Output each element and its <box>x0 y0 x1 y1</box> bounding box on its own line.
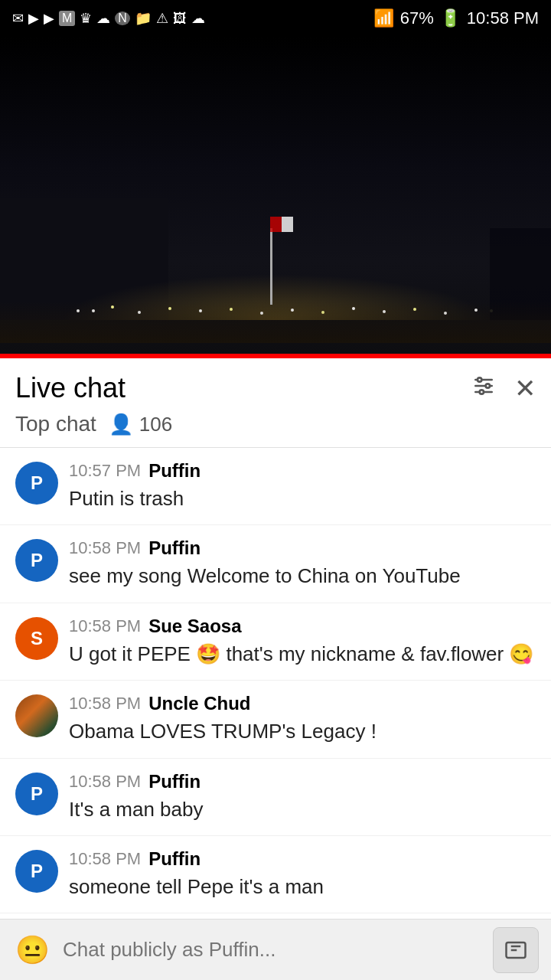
message-content: 10:58 PM Puffin It's a man baby <box>69 771 536 823</box>
avatar: P <box>15 462 58 505</box>
notification-icons: ✉ ▶ ▶ M ♛ ☁ N 📁 ⚠ 🖼 ☁ <box>12 10 205 27</box>
message-time: 10:58 PM <box>69 616 141 636</box>
message-author: Puffin <box>148 460 201 482</box>
message-text: someone tell Pepe it's a man <box>69 873 536 900</box>
cloud-icon: ☁ <box>96 10 110 27</box>
message-content: 10:58 PM Puffin see my song Welcome to C… <box>69 537 536 590</box>
person-icon: 👤 <box>109 413 133 436</box>
message-text: It's a man baby <box>69 795 536 823</box>
status-bar: ✉ ▶ ▶ M ♛ ☁ N 📁 ⚠ 🖼 ☁ 📶 67% 🔋 10:58 PM <box>0 0 551 37</box>
message-text: see my song Welcome to China on YouTube <box>69 562 536 590</box>
top-chat-label: Top chat <box>15 412 96 436</box>
avatar: P <box>15 850 58 893</box>
filter-icon[interactable] <box>471 374 496 403</box>
viewer-count: 👤 106 <box>109 413 172 436</box>
message-author: Puffin <box>148 537 201 559</box>
chat-message: P 10:57 PM Puffin Putin is trash <box>0 448 551 525</box>
live-chat-title: Live chat <box>15 372 126 404</box>
chat-messages-list: P 10:57 PM Puffin Putin is trash P 10:58… <box>0 448 551 980</box>
clock: 10:58 PM <box>467 8 539 28</box>
chat-message: P 10:58 PM Puffin see my song Welcome to… <box>0 525 551 603</box>
message-content: 10:57 PM Puffin Putin is trash <box>69 460 536 512</box>
yt-icon: ▶ <box>28 10 39 27</box>
message-time: 10:58 PM <box>69 772 141 792</box>
avatar: S <box>15 617 58 660</box>
battery-icon: 🔋 <box>440 8 461 28</box>
chat-message: 10:58 PM Uncle Chud Obama LOVES TRUMP's … <box>0 681 551 758</box>
message-text: Obama LOVES TRUMP's Legacy ! <box>69 717 536 745</box>
svg-point-4 <box>486 384 490 387</box>
crown-icon: ♛ <box>80 10 92 27</box>
wifi-icon: 📶 <box>373 8 394 28</box>
svg-point-5 <box>480 390 484 394</box>
msg-icon: ✉ <box>12 10 24 27</box>
svg-point-3 <box>478 377 481 381</box>
folder-icon: 📁 <box>135 10 152 27</box>
video-progress-bar[interactable] <box>0 354 551 358</box>
cloud2-icon: ☁ <box>191 10 205 27</box>
video-player[interactable] <box>0 37 551 358</box>
viewer-number: 106 <box>139 413 172 436</box>
emoji-button[interactable]: 😐 <box>12 930 52 970</box>
avatar: P <box>15 539 58 582</box>
chat-message: P 10:58 PM Puffin someone tell Pepe it's… <box>0 836 551 913</box>
chat-input-bar: 😐 <box>0 919 551 980</box>
warn-icon: ⚠ <box>156 10 168 27</box>
message-author: Sue Saosa <box>148 616 241 637</box>
battery-level: 67% <box>400 8 434 28</box>
chat-message: S 10:58 PM Sue Saosa U got it PEPE 🤩 tha… <box>0 603 551 681</box>
message-text: Putin is trash <box>69 485 536 512</box>
message-text: U got it PEPE 🤩 that's my nickname & fav… <box>69 640 536 668</box>
avatar: P <box>15 773 58 815</box>
message-time: 10:58 PM <box>69 694 141 714</box>
close-button[interactable]: ✕ <box>514 373 536 403</box>
header-actions: ✕ <box>471 373 536 403</box>
n-icon: N <box>115 11 130 25</box>
img-icon: 🖼 <box>173 11 187 27</box>
avatar <box>15 694 58 737</box>
chat-input[interactable] <box>63 938 482 962</box>
send-button[interactable] <box>493 927 539 973</box>
message-author: Puffin <box>148 771 201 792</box>
chat-message: P 10:58 PM Puffin It's a man baby <box>0 759 551 836</box>
message-time: 10:57 PM <box>69 461 141 481</box>
status-right: 📶 67% 🔋 10:58 PM <box>373 8 539 28</box>
message-author: Puffin <box>148 848 201 870</box>
message-content: 10:58 PM Puffin someone tell Pepe it's a… <box>69 848 536 900</box>
message-content: 10:58 PM Uncle Chud Obama LOVES TRUMP's … <box>69 693 536 745</box>
message-content: 10:58 PM Sue Saosa U got it PEPE 🤩 that'… <box>69 616 536 668</box>
message-time: 10:58 PM <box>69 849 141 869</box>
message-author: Uncle Chud <box>148 693 250 714</box>
m-icon: M <box>59 11 75 26</box>
chat-header: Live chat ✕ Top chat 👤 106 <box>0 358 551 448</box>
message-time: 10:58 PM <box>69 538 141 558</box>
yt-icon2: ▶ <box>44 10 54 27</box>
